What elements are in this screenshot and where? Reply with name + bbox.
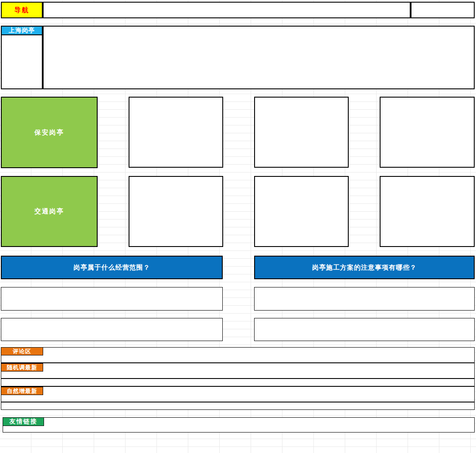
friend-links-band — [3, 417, 475, 433]
natural-latest-label-cell[interactable]: 自然增最新 — [1, 387, 43, 395]
natural-latest-band — [1, 386, 475, 402]
nav-label-cell[interactable]: 导航 — [1, 2, 43, 18]
natural-latest-label-text: 自然增最新 — [7, 387, 37, 395]
nav-right-placeholder[interactable] — [411, 2, 475, 18]
random-latest-row — [1, 379, 475, 386]
spreadsheet-wireframe: 导航 上海岗亭 保安岗亭 交通岗亭 岗亭属于什么经营范围？ 岗亭施工方案的注意事… — [0, 0, 476, 453]
category-baoan-text: 保安岗亭 — [34, 128, 64, 137]
comments-label-cell[interactable]: 评论区 — [1, 347, 43, 355]
category-baoan-cell[interactable]: 保安岗亭 — [1, 97, 98, 168]
site-title-text: 上海岗亭 — [9, 27, 35, 34]
site-title-cell[interactable]: 上海岗亭 — [1, 26, 43, 35]
comments-band — [1, 347, 475, 363]
friend-links-label-cell[interactable]: 友情链接 — [3, 417, 44, 426]
header-left-placeholder — [1, 34, 43, 89]
natural-latest-row — [1, 402, 475, 410]
comments-label-text: 评论区 — [13, 348, 31, 355]
jiaotong-image-placeholder-1[interactable] — [129, 176, 223, 247]
baoan-image-placeholder-2[interactable] — [254, 97, 349, 168]
answer-placeholder-right-1[interactable] — [254, 287, 475, 311]
answer-placeholder-left-2[interactable] — [1, 318, 223, 341]
random-latest-band — [1, 363, 475, 379]
header-banner-placeholder — [43, 26, 475, 89]
random-latest-label-cell[interactable]: 随机调最新 — [1, 363, 43, 372]
answer-placeholder-right-2[interactable] — [254, 318, 475, 341]
jiaotong-image-placeholder-3[interactable] — [380, 176, 475, 247]
nav-label-text: 导航 — [14, 6, 29, 14]
question-construction-text: 岗亭施工方案的注意事项有哪些？ — [312, 264, 417, 272]
answer-placeholder-left-1[interactable] — [1, 287, 223, 311]
category-jiaotong-cell[interactable]: 交通岗亭 — [1, 176, 98, 247]
baoan-image-placeholder-1[interactable] — [129, 97, 223, 168]
nav-menu-placeholder[interactable] — [43, 2, 411, 18]
random-latest-label-text: 随机调最新 — [7, 364, 37, 372]
category-jiaotong-text: 交通岗亭 — [34, 207, 64, 216]
jiaotong-image-placeholder-2[interactable] — [254, 176, 349, 247]
question-header-scope[interactable]: 岗亭属于什么经营范围？ — [1, 256, 223, 279]
question-header-construction[interactable]: 岗亭施工方案的注意事项有哪些？ — [254, 256, 475, 279]
friend-links-label-text: 友情链接 — [10, 418, 37, 426]
question-scope-text: 岗亭属于什么经营范围？ — [74, 264, 150, 272]
baoan-image-placeholder-3[interactable] — [380, 97, 475, 168]
